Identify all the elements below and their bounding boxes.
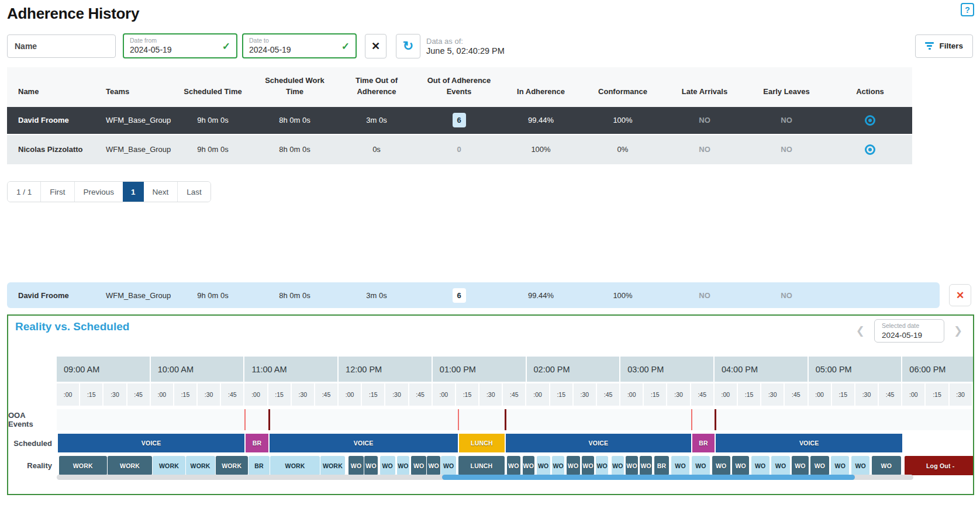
chevron-right-icon[interactable]: ❯ [950,322,966,340]
pagination-next-button[interactable]: Next [144,182,178,202]
timeline-ticks-row: :00:15:30:45:00:15:30:45:00:15:30:45:00:… [8,383,973,406]
hour-cell: 02:00 PM [527,357,621,382]
tick-cell: :15 [926,383,949,406]
clear-dates-button[interactable]: ✕ [365,34,387,58]
ooa-events-row: OOA Events [8,409,973,430]
refresh-button[interactable]: ↻ [396,34,420,58]
date-from-value: 2024-05-19 [130,45,172,54]
tick-cell: :45 [127,383,151,406]
table-row[interactable]: Nicolas Pizzolatto WFM_Base_Group 9h 0m … [7,135,912,165]
selected-date-field[interactable]: Selected date 2024-05-19 [874,319,944,343]
column-header-time-out-of-adherence: Time Out of Adherence [336,75,417,98]
pagination-first-button[interactable]: First [41,182,74,202]
tick-cell: :00 [244,383,268,406]
timeline-scrollbar[interactable] [57,475,913,480]
column-header-actions: Actions [828,75,912,98]
data-as-of-value: June 5, 02:40:29 PM [426,46,505,56]
chevron-left-icon[interactable]: ❮ [853,322,868,340]
help-icon[interactable]: ? [961,3,974,16]
tick-cell: :30 [950,383,973,406]
scheduled-row: Scheduled VOICEBRVOICELUNCHVOICEBRVOICE [8,434,973,452]
tick-cell: :45 [503,383,526,406]
timeline-scrollbar-thumb[interactable] [442,475,855,480]
date-from-field[interactable]: Date from 2024-05-19 ✓ [123,33,237,58]
tick-cell: :15 [644,383,667,406]
ooa-event-line [244,409,246,430]
cell-scheduled-time: 9h 0m 0s [172,116,254,125]
tick-cell: :15 [738,383,761,406]
detail-scheduled-work-time: 8h 0m 0s [254,291,336,300]
detail-teams: WFM_Base_Group [95,291,172,300]
refresh-icon: ↻ [403,39,413,54]
tick-cell: :00 [151,383,174,406]
pagination-current-page[interactable]: 1 [123,182,144,202]
reality-vs-scheduled-panel: Reality vs. Scheduled ❮ Selected date 20… [7,314,974,495]
reality-block: WORK [107,456,153,475]
cell-late-arrivals: NO [664,116,745,125]
selected-agent-row: David Froome WFM_Base_Group 9h 0m 0s 8h … [7,282,940,308]
table-row-selected[interactable]: David Froome WFM_Base_Group 9h 0m 0s 8h … [7,107,912,135]
tick-cell: :00 [433,383,456,406]
tick-cell: :30 [761,383,785,406]
pagination-last-button[interactable]: Last [178,182,211,202]
cell-teams: WFM_Base_Group [95,116,172,125]
tick-cell: :15 [456,383,479,406]
adherence-history-page: Adherence History ? Date from 2024-05-19… [0,0,980,529]
close-icon: ✕ [956,289,964,302]
column-header-out-of-adherence-events: Out of Adherence Events [417,75,501,98]
date-navigator: ❮ Selected date 2024-05-19 ❯ [853,319,966,343]
reality-block: WORK [152,456,185,475]
reality-block: BR [654,456,670,475]
tick-cell: :30 [574,383,597,406]
hour-cell: 01:00 PM [433,357,527,382]
view-details-button[interactable] [861,141,879,158]
column-header-late-arrivals: Late Arrivals [664,75,745,98]
table-header-row: Name Teams Scheduled Time Scheduled Work… [7,67,912,107]
timeline-ticks: :00:15:30:45:00:15:30:45:00:15:30:45:00:… [57,383,973,406]
name-filter-input[interactable] [7,34,116,58]
timeline-hours-row: 09:00 AM10:00 AM11:00 AM12:00 PM01:00 PM… [8,357,973,382]
ooa-events-badge: 6 [453,113,466,127]
cell-time-out-of-adherence: 3m 0s [336,116,417,125]
reality-track: WORKWORKWORKWORKWORKBRWORKWORKWOWOWOWOWO… [57,456,973,475]
hour-cell: 06:00 PM [902,357,973,382]
tick-cell: :30 [667,383,691,406]
ooa-events-row-label: OOA Events [8,409,57,430]
cell-conformance: 0% [581,145,664,154]
tick-cell: :15 [832,383,855,406]
tick-cell: :30 [479,383,503,406]
tick-cell: :15 [550,383,574,406]
close-detail-button[interactable]: ✕ [949,284,971,306]
detail-scheduled-time: 9h 0m 0s [172,291,254,300]
view-details-button[interactable] [861,112,879,129]
hour-cell: 12:00 PM [339,357,433,382]
date-to-field[interactable]: Date to 2024-05-19 ✓ [242,33,357,58]
reality-block: WO [379,456,395,475]
reality-block: WORK [320,456,345,475]
detail-early-leaves: NO [745,291,828,300]
reality-block: WO [581,456,593,475]
hour-cell: 03:00 PM [620,357,715,382]
filters-button[interactable]: Filters [915,34,973,58]
schedule-block: LUNCH [458,434,505,452]
column-header-early-leaves: Early Leaves [745,75,828,98]
cell-scheduled-work-time: 8h 0m 0s [254,116,336,125]
pagination-previous-button[interactable]: Previous [75,182,123,202]
timeline-section: 09:00 AM10:00 AM11:00 AM12:00 PM01:00 PM… [8,357,973,479]
detail-conformance: 100% [581,291,664,300]
selected-date-label: Selected date [882,322,919,329]
hour-cell: 09:00 AM [57,357,151,382]
reality-block: WO [536,456,550,475]
detail-late-arrivals: NO [664,291,745,300]
reality-block: WO [671,456,689,475]
reality-block: WORK [58,456,107,475]
scheduled-row-label: Scheduled [8,434,57,452]
column-header-name: Name [7,75,95,98]
reality-block: WO [348,456,364,475]
tick-cell: :15 [80,383,103,406]
reality-block: WORK [185,456,215,475]
cell-name: David Froome [7,116,95,125]
schedule-block: BR [244,434,268,452]
date-to-valid-check-icon: ✓ [341,40,350,52]
tick-cell: :45 [879,383,902,406]
